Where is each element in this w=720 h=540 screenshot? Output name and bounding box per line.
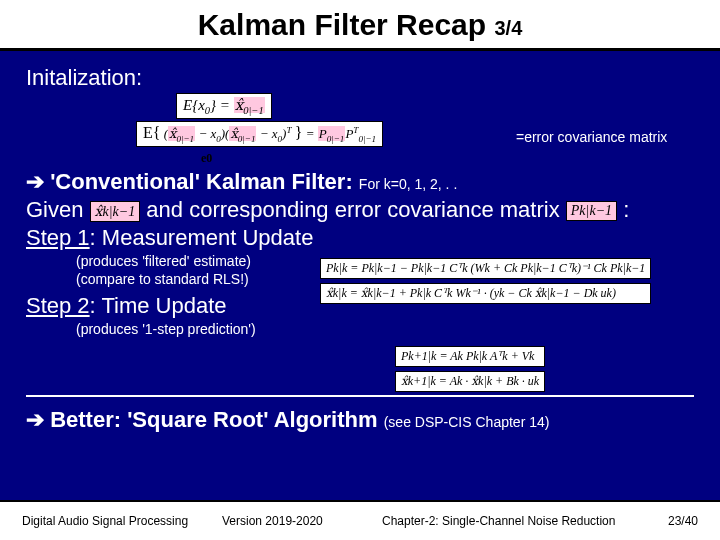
step2-note: (produces '1-step prediction') (76, 321, 694, 337)
conventional-header: ➔ 'Conventional' Kalman Filter: For k=0,… (26, 169, 694, 195)
arrow-right-icon: ➔ (26, 169, 44, 194)
title-sub: 3/4 (494, 17, 522, 39)
given-a: Given (26, 197, 83, 222)
slide-content: Initalization: E{x0} = x̂0|−1 E{ (x̂0|−1… (0, 51, 720, 433)
initialization-label: Initalization: (26, 65, 694, 91)
for-k-label: For k=0, 1, 2, . . (359, 176, 457, 192)
better-label: Better: 'Square Root' Algorithm (50, 407, 377, 432)
given-c: : (623, 197, 629, 222)
footer-mid: Version 2019-2020 (222, 514, 382, 528)
mu-eq2: x̂k|k = x̂k|k−1 + Pk|k Cᵀk Wk⁻¹ · (yk − … (320, 283, 651, 304)
eq1-rhs-sub: 0|−1 (243, 105, 263, 116)
better-line: ➔ Better: 'Square Root' Algorithm (see D… (26, 407, 694, 433)
step1-label: Step 1 (26, 225, 90, 250)
step1-line: Step 1: Measurement Update (26, 225, 694, 251)
eq1-lhs: E{x (183, 97, 205, 113)
slide-title: Kalman Filter Recap 3/4 (0, 8, 720, 42)
mu-eq1: Pk|k = Pk|k−1 − Pk|k−1 Cᵀk (Wk + Ck Pk|k… (320, 258, 651, 279)
footer-page: 23/40 (648, 514, 698, 528)
init-formula-2: E{ (x̂0|−1 − x0)(x̂0|−1 − x0)T } = P0|−1… (136, 121, 383, 147)
slide-header: Kalman Filter Recap 3/4 (0, 0, 720, 51)
title-main: Kalman Filter Recap (198, 8, 486, 41)
step2-rest: : Time Update (90, 293, 227, 318)
xhat-math: x̂k|k−1 (90, 201, 141, 222)
pk-math: Pk|k−1 (566, 201, 617, 221)
tu-eq-block: Pk+1|k = Ak Pk|k Aᵀk + Vk x̂k+1|k = Ak ·… (395, 346, 545, 392)
tu-eq2: x̂k+1|k = Ak · x̂k|k + Bk · uk (395, 371, 545, 392)
tu-eq1: Pk+1|k = Ak Pk|k Aᵀk + Vk (395, 346, 545, 367)
init-formula-1: E{x0} = x̂0|−1 (176, 93, 272, 119)
mu-eq-block: Pk|k = Pk|k−1 − Pk|k−1 Cᵀk (Wk + Ck Pk|k… (320, 258, 651, 304)
step2-label: Step 2 (26, 293, 90, 318)
step1-rest: : Measurement Update (90, 225, 314, 250)
divider (26, 395, 694, 397)
footer: Digital Audio Signal Processing Version … (0, 500, 720, 540)
e0-label: e0 (201, 151, 212, 166)
conventional-title: 'Conventional' Kalman Filter: (50, 169, 353, 194)
footer-left: Digital Audio Signal Processing (22, 514, 222, 528)
arrow-right-icon-2: ➔ (26, 407, 44, 432)
eq1-rhs: x̂ (235, 97, 243, 113)
eq1-mid: } = (210, 97, 234, 113)
given-line: Given x̂k|k−1 and corresponding error co… (26, 197, 694, 223)
better-note: (see DSP-CIS Chapter 14) (384, 414, 550, 430)
initialization-row: E{x0} = x̂0|−1 E{ (x̂0|−1 − x0)(x̂0|−1 −… (26, 93, 694, 165)
given-b: and corresponding error covariance matri… (146, 197, 559, 222)
footer-right: Chapter-2: Single-Channel Noise Reductio… (382, 514, 648, 528)
error-covariance-label: =error covariance matrix (516, 129, 667, 145)
